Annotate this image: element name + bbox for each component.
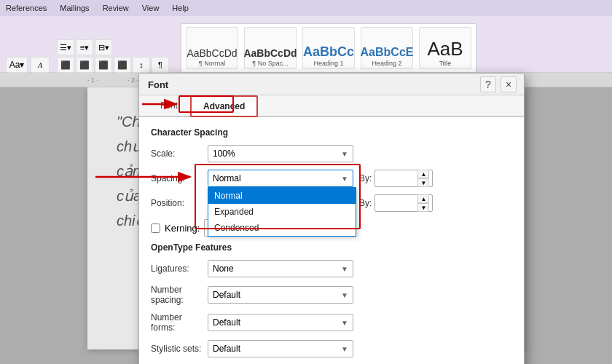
opentype-header: OpenType Features <box>151 242 512 253</box>
tab-advanced[interactable]: Advanced <box>190 95 258 117</box>
font-icon-btn[interactable]: 𝐴 <box>31 57 50 73</box>
dropdown-item-condensed[interactable]: Condensed <box>208 220 356 236</box>
spacing-dropdown: Normal Expanded Condensed <box>208 187 356 237</box>
number-forms-select[interactable]: Default ▼ <box>208 314 353 331</box>
tab-review[interactable]: Review <box>103 4 129 12</box>
stylistic-sets-select[interactable]: Default ▼ <box>208 340 353 357</box>
font-size-btn[interactable]: Aa▾ <box>6 57 28 73</box>
number-forms-label: Number forms: <box>151 312 202 333</box>
ribbon-main: Aa▾ 𝐴 ☰▾ ≡▾ ⊟▾ ⬛ ⬛ ⬛ ⬛ ↕ ¶ AaBbCcDd ¶ No <box>0 16 612 73</box>
scale-select[interactable]: 100% ▼ <box>208 145 353 162</box>
ligatures-row: Ligatures: None ▼ <box>151 260 512 277</box>
opentype-section: OpenType Features Ligatures: None ▼ Numb… <box>151 242 512 364</box>
dialog-tabs: Font Advanced <box>139 95 524 117</box>
kerning-checkbox[interactable] <box>151 223 160 233</box>
bullet-list-btn[interactable]: ☰▾ <box>57 39 74 55</box>
ribbon: References Mailings Review View Help Aa▾… <box>0 0 612 73</box>
style-normal-preview: AaBbCcDd <box>187 48 237 58</box>
tab-mailings[interactable]: Mailings <box>60 4 89 12</box>
position-by-label: By: <box>359 198 372 208</box>
scale-row: Scale: 100% ▼ <box>151 145 512 162</box>
style-heading1[interactable]: AaBbCc Heading 1 <box>302 27 355 69</box>
paragraph-btn[interactable]: ¶ <box>152 57 169 73</box>
style-normal[interactable]: AaBbCcDd ¶ Normal <box>186 27 238 69</box>
style-heading1-label: Heading 1 <box>313 60 343 67</box>
kerning-label: Kerning: <box>165 223 200 234</box>
dropdown-item-expanded[interactable]: Expanded <box>208 204 356 220</box>
style-nospace-label: ¶ No Spac... <box>252 60 288 67</box>
number-spacing-arrow: ▼ <box>341 291 348 299</box>
spacing-label: Spacing: <box>151 173 202 183</box>
spacing-select[interactable]: Normal ▼ <box>208 170 353 187</box>
style-normal-label: ¶ Normal <box>199 60 225 67</box>
dialog-body: Character Spacing Scale: 100% ▼ Spacing:… <box>139 117 524 364</box>
dialog-controls: ? × <box>480 76 517 92</box>
stylistic-sets-label: Stylistic sets: <box>151 344 202 354</box>
position-by-group: By: ▲ ▼ <box>359 194 433 212</box>
align-center-btn[interactable]: ⬛ <box>76 57 93 73</box>
tab-help[interactable]: Help <box>172 4 189 12</box>
spacing-arrow: ▼ <box>341 175 348 183</box>
scale-label: Scale: <box>151 149 202 159</box>
position-spin-down[interactable]: ▼ <box>417 203 429 212</box>
scale-value: 100% <box>213 149 235 159</box>
number-spacing-value: Default <box>213 290 240 300</box>
spacing-value: Normal <box>213 173 241 183</box>
ligatures-arrow: ▼ <box>341 265 348 273</box>
font-dialog: Font ? × Font Advanced Character Spacing… <box>138 73 525 364</box>
style-nospace-preview: AaBbCcDd <box>243 48 297 58</box>
tab-view[interactable]: View <box>142 4 160 12</box>
number-spacing-row: Number spacing: Default ▼ <box>151 285 512 305</box>
style-title-preview: AaB <box>427 39 463 58</box>
stylistic-sets-arrow: ▼ <box>341 345 348 353</box>
ribbon-tabs: References Mailings Review View Help <box>0 0 612 16</box>
style-heading2-label: Heading 2 <box>372 60 401 67</box>
scale-arrow: ▼ <box>341 150 348 158</box>
position-spin-group: ▲ ▼ <box>417 194 429 212</box>
style-title-label: Title <box>439 60 452 67</box>
spacing-spin-up[interactable]: ▲ <box>417 170 429 178</box>
ligatures-value: None <box>213 264 234 274</box>
number-forms-arrow: ▼ <box>341 319 348 327</box>
number-spacing-select[interactable]: Default ▼ <box>208 286 353 304</box>
style-heading2-preview: AaBbCcE <box>361 47 414 58</box>
sort-btn[interactable]: ↕ <box>133 57 150 73</box>
ligatures-select[interactable]: None ▼ <box>208 260 353 277</box>
align-left-btn[interactable]: ⬛ <box>57 57 74 73</box>
style-nospace[interactable]: AaBbCcDd ¶ No Spac... <box>244 27 297 69</box>
ligatures-label: Ligatures: <box>151 264 202 274</box>
styles-gallery: AaBbCcDd ¶ Normal AaBbCcDd ¶ No Spac... … <box>181 23 476 73</box>
indent-btn[interactable]: ⬛ <box>114 57 131 73</box>
spacing-by-input[interactable]: ▲ ▼ <box>374 170 433 187</box>
character-spacing-header: Character Spacing <box>151 127 512 138</box>
dropdown-item-normal[interactable]: Normal <box>208 188 356 204</box>
stylistic-sets-row: Stylistic sets: Default ▼ <box>151 340 512 357</box>
position-label: Position: <box>151 198 202 208</box>
spacing-row: Spacing: Normal ▼ By: ▲ ▼ Normal Expande… <box>151 170 512 187</box>
spacing-spin-group: ▲ ▼ <box>417 170 429 187</box>
style-title[interactable]: AaB Title <box>419 27 471 69</box>
position-by-input[interactable]: ▲ ▼ <box>374 194 433 212</box>
style-heading1-preview: AaBbCc <box>303 45 354 58</box>
multilevel-btn[interactable]: ⊟▾ <box>95 39 112 55</box>
tab-font[interactable]: Font <box>148 95 190 117</box>
number-list-btn[interactable]: ≡▾ <box>76 39 93 55</box>
dialog-title: Font <box>148 79 168 90</box>
number-forms-value: Default <box>213 317 240 328</box>
dialog-titlebar: Font ? × <box>139 74 524 95</box>
dialog-close-btn[interactable]: × <box>501 76 517 92</box>
align-right-btn[interactable]: ⬛ <box>95 57 112 73</box>
dialog-help-btn[interactable]: ? <box>480 76 496 92</box>
spacing-by-group: By: ▲ ▼ <box>359 170 433 187</box>
spacing-spin-down[interactable]: ▼ <box>417 178 429 187</box>
tab-references[interactable]: References <box>6 4 47 12</box>
number-spacing-label: Number spacing: <box>151 285 202 305</box>
spacing-by-label: By: <box>359 173 372 183</box>
style-heading2[interactable]: AaBbCcE Heading 2 <box>361 27 413 69</box>
number-forms-row: Number forms: Default ▼ <box>151 312 512 333</box>
position-spin-up[interactable]: ▲ <box>417 194 429 203</box>
stylistic-sets-value: Default <box>213 344 240 354</box>
